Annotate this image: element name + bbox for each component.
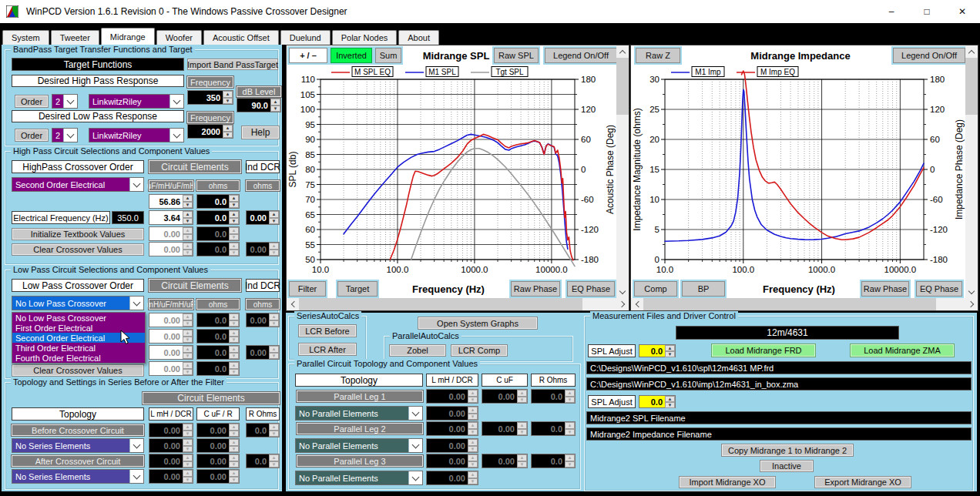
leg3-l-spinner[interactable]: 0.00 [426, 454, 478, 468]
spinner-buttons[interactable] [183, 243, 193, 256]
leg2-elements-combo[interactable]: No Parallel Elements [295, 438, 423, 453]
lp-order-combo[interactable]: 2 [52, 128, 78, 142]
lp-ohms2-button[interactable]: ohms [246, 299, 280, 310]
lp-c2-spinner[interactable]: 0.00 [149, 329, 193, 344]
spinner-buttons[interactable] [229, 313, 239, 327]
spinner-buttons[interactable] [183, 227, 193, 240]
after-crossover-button[interactable]: After Crossover Circuit [12, 455, 144, 467]
chevron-down-icon[interactable] [63, 129, 77, 142]
series1-l-spinner[interactable]: 0.00 [149, 438, 193, 453]
hp-c2-spinner[interactable]: 3.64 [149, 210, 193, 225]
minimize-icon[interactable]: – [874, 0, 909, 23]
sum-button[interactable]: Sum [375, 48, 401, 63]
parallel-leg3-button[interactable]: Parallel Leg 3 [297, 455, 423, 467]
imp-vertical-scrollbar[interactable] [965, 45, 978, 298]
leg3-elements-combo[interactable]: No Parallel Elements [295, 471, 423, 485]
tab-about[interactable]: About [398, 30, 439, 45]
spl-adjust-spinner-2[interactable]: 0.0 [639, 395, 676, 408]
spinner-buttons[interactable] [468, 439, 478, 452]
lp-r2-spinner[interactable]: 0.0 [196, 329, 240, 344]
hp-type-combo[interactable]: LinkwitzRiley [89, 94, 184, 109]
maximize-icon[interactable]: □ [909, 0, 945, 23]
lcr-after-button[interactable]: LCR After [298, 343, 357, 356]
spinner-buttons[interactable] [517, 390, 527, 403]
spinner-buttons[interactable] [665, 345, 675, 357]
leg1-r-spinner[interactable]: 0.0 [531, 389, 576, 404]
hp-circuit-elements-button[interactable]: Circuit Elements [149, 160, 241, 173]
spinner-buttons[interactable] [229, 470, 239, 483]
help-button[interactable]: Help [241, 126, 280, 139]
db-level-spinner[interactable]: 90.0 [237, 98, 281, 112]
inactive-button[interactable]: Inactive [760, 460, 814, 472]
open-system-graphs-button[interactable]: Open System Graphs [418, 317, 538, 330]
tab-system[interactable]: System [2, 30, 49, 45]
hp-c4-spinner[interactable]: 0.00 [149, 242, 193, 256]
tab-acoustic-offset[interactable]: Acoustic Offset [203, 30, 279, 45]
leg3-c-spinner[interactable]: 0.00 [482, 454, 528, 468]
hp-order-combo[interactable]: 2 [52, 94, 78, 109]
hp-r1-spinner[interactable]: 0.0 [196, 194, 240, 209]
lp-c3-spinner[interactable]: 0.00 [149, 345, 193, 360]
spinner-buttons[interactable] [269, 424, 279, 437]
lp-c1-spinner[interactable]: 0.00 [149, 313, 193, 327]
import-bandpass-target-button[interactable]: Import Band PassTarget [187, 59, 278, 70]
filter-button[interactable]: Filter [289, 281, 326, 297]
chevron-down-icon[interactable] [129, 439, 143, 452]
spinner-buttons[interactable] [565, 422, 575, 435]
hp-order-select[interactable]: Second Order Electrical [12, 177, 144, 192]
export-midrange-xo-button[interactable]: Export Midrange XO [814, 476, 911, 488]
series2-c-spinner[interactable]: 0.00 [196, 469, 240, 484]
spinner-buttons[interactable] [665, 396, 675, 407]
copy-midrange-button[interactable]: Copy Midrange 1 to Midrange 2 [721, 444, 854, 457]
spinner-buttons[interactable] [183, 439, 193, 452]
spinner-buttons[interactable] [517, 422, 527, 435]
raw-z-button[interactable]: Raw Z [636, 48, 680, 63]
spinner-buttons[interactable] [183, 330, 193, 343]
spinner-buttons[interactable] [229, 424, 239, 437]
lcr-before-button[interactable]: LCR Before [298, 324, 357, 337]
lp-c4-spinner[interactable]: 0.00 [149, 361, 193, 376]
spinner-buttons[interactable] [269, 346, 279, 359]
spinner-buttons[interactable] [565, 454, 575, 468]
spinner-buttons[interactable] [223, 125, 233, 138]
spinner-buttons[interactable] [229, 243, 239, 256]
spinner-buttons[interactable] [468, 390, 478, 403]
inverted-status-button[interactable]: Inverted [331, 48, 372, 63]
lp-clear-crossover-button[interactable]: Clear Crossover Values [12, 364, 144, 377]
bp-button[interactable]: BP [682, 281, 725, 297]
spinner-buttons[interactable] [183, 454, 193, 468]
load-midrange-zma-button[interactable]: Load Midrange ZMA [850, 344, 955, 357]
leg1-extra-spinner[interactable]: 0.00 [426, 406, 478, 421]
tab-midrange[interactable]: Midrange [101, 28, 155, 45]
chevron-down-icon[interactable] [408, 407, 422, 420]
spinner-buttons[interactable] [229, 454, 239, 468]
hp-r2-spinner[interactable]: 0.0 [196, 210, 240, 225]
spl-eq-phase-button[interactable]: EQ Phase [567, 281, 615, 297]
tab-polar-nodes[interactable]: Polar Nodes [332, 30, 398, 45]
chevron-down-icon[interactable] [129, 297, 143, 310]
leg2-c-spinner[interactable]: 0.00 [482, 421, 528, 436]
raw-spl-button[interactable]: Raw SPL [494, 48, 539, 63]
hp-r3-spinner[interactable]: 0.0 [196, 226, 240, 241]
spinner-buttons[interactable] [269, 243, 279, 256]
spinner-buttons[interactable] [183, 362, 193, 375]
after-series-combo[interactable]: No Series Elements [12, 469, 144, 484]
target-button[interactable]: Target [337, 281, 378, 297]
chevron-down-icon[interactable] [169, 95, 183, 108]
leg1-elements-combo[interactable]: No Parallel Elements [295, 406, 423, 421]
lcr-comp-button[interactable]: LCR Comp [451, 344, 508, 357]
lp-r3-spinner[interactable]: 0.0 [196, 345, 240, 360]
lp-order-select[interactable]: No Low Pass Crossover [12, 296, 144, 310]
series1-c-spinner[interactable]: 0.00 [196, 438, 240, 453]
before-l-spinner[interactable]: 0.00 [149, 423, 193, 437]
leg1-l-spinner[interactable]: 0.00 [426, 389, 478, 404]
dropdown-item[interactable]: Fourth Order Electrical [12, 353, 145, 363]
dropdown-item[interactable]: No Low Pass Crossover [12, 313, 145, 323]
lp-type-combo[interactable]: LinkwitzRiley [89, 128, 184, 142]
import-midrange-xo-button[interactable]: Import Midrange XO [679, 476, 776, 488]
spinner-buttons[interactable] [229, 330, 239, 343]
spinner-buttons[interactable] [229, 439, 239, 452]
hp-ohms1-button[interactable]: ohms [196, 180, 240, 191]
lp-ohms1-button[interactable]: ohms [196, 299, 240, 310]
hp-frequency-spinner[interactable]: 350 [187, 90, 233, 105]
